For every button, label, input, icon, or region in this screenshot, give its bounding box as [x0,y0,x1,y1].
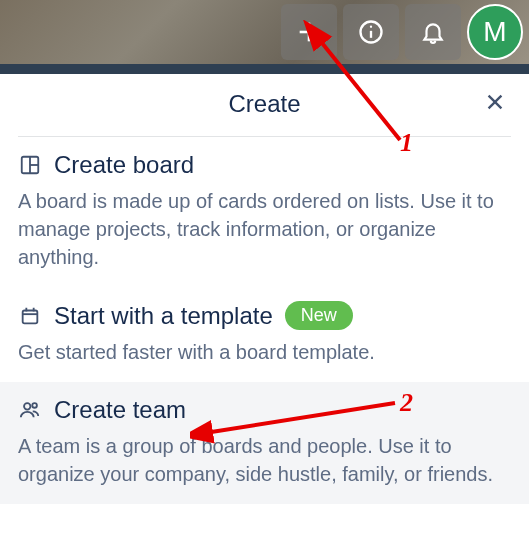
popover-title: Create [18,90,511,118]
option-start-template[interactable]: Start with a template New Get started fa… [0,287,529,382]
create-popover: Create Create board A board is made up o… [0,74,529,540]
svg-rect-10 [23,310,38,323]
template-icon [18,304,42,328]
avatar-initial: M [483,16,506,48]
annotation-label-2: 2 [400,388,413,418]
info-icon [357,18,385,46]
bell-icon [420,19,446,45]
team-icon [18,398,42,422]
close-button[interactable] [479,86,511,118]
option-title: Create team [54,396,186,424]
popover-header: Create [18,74,511,137]
topbar: M [0,0,529,64]
option-desc: A team is a group of boards and people. … [18,432,511,488]
create-plus-button[interactable] [281,4,337,60]
option-create-team[interactable]: Create team A team is a group of boards … [0,382,529,504]
option-desc: A board is made up of cards ordered on l… [18,187,511,271]
board-icon [18,153,42,177]
info-button[interactable] [343,4,399,60]
svg-point-14 [24,403,30,409]
option-desc: Get started faster with a board template… [18,338,511,366]
notifications-button[interactable] [405,4,461,60]
option-title: Start with a template [54,302,273,330]
svg-point-4 [370,26,372,28]
new-badge: New [285,301,353,330]
plus-icon [295,18,323,46]
divider-bar [0,64,529,74]
svg-point-15 [32,403,37,408]
close-icon [484,91,506,113]
option-create-board[interactable]: Create board A board is made up of cards… [0,137,529,287]
avatar[interactable]: M [467,4,523,60]
annotation-label-1: 1 [400,128,413,158]
option-title: Create board [54,151,194,179]
